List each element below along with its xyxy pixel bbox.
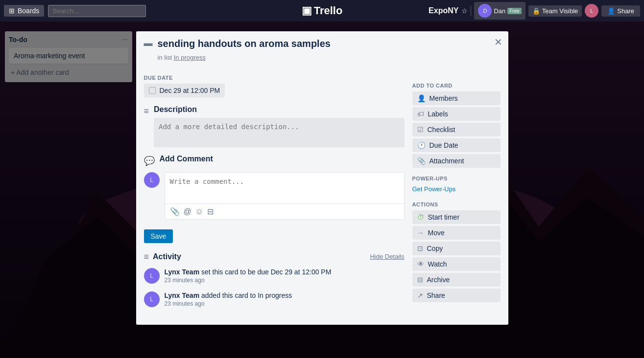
copy-button[interactable]: ⊡ Copy [412, 242, 501, 255]
boards-label: Boards [18, 7, 39, 15]
modal-card-title: sending handouts on aroma samples [158, 37, 331, 50]
free-badge: Free [507, 8, 522, 14]
attachment-button[interactable]: 📎 Attachment [412, 154, 501, 168]
description-icon: ≡ [144, 106, 149, 116]
search-input[interactable] [48, 5, 146, 17]
archive-icon: ⊟ [417, 276, 423, 284]
activity-item-0: L Lynx Team set this card to be due Dec … [144, 268, 405, 284]
attachment-icon: 📎 [417, 157, 426, 165]
copy-label: Copy [427, 245, 443, 252]
activity-avatar-0: L [144, 268, 160, 284]
move-button[interactable]: → Move [412, 226, 501, 240]
checklist-icon: ☑ [417, 126, 424, 134]
power-ups-label: POWER-UPS [412, 176, 501, 181]
mention-icon[interactable]: @ [184, 207, 191, 216]
board-name: ExpoNY [429, 6, 458, 15]
star-button[interactable]: ☆ [461, 7, 468, 15]
add-comment-title: Add Comment [160, 155, 213, 163]
share-icon: 👤 [607, 7, 615, 15]
share-action-icon: ↗ [417, 291, 423, 299]
labels-icon: 🏷 [417, 110, 424, 118]
due-date-section: DUE DATE Dec 29 at 12:00 PM [144, 75, 405, 97]
checklist-label: Checklist [428, 126, 455, 134]
members-button[interactable]: 👤 Members [412, 91, 501, 105]
visibility-label: Team Visible [542, 7, 578, 15]
activity-header: ≡ Activity Hide Details [144, 251, 405, 262]
top-nav: ⊞ Boards ▣ Trello ExpoNY ☆ D Dan Free 🔒 … [0, 0, 644, 22]
due-checkbox[interactable] [149, 87, 156, 94]
activity-icon: ≡ [144, 252, 149, 262]
comment-toolbar: 📎 @ ☺ ⊟ [165, 203, 404, 219]
trello-logo-text: Trello [314, 4, 343, 17]
card-title-icon: ▬ [144, 38, 153, 48]
divider [471, 6, 471, 16]
due-date-sidebar-label: Due Date [429, 141, 458, 149]
share-button[interactable]: 👤 Share [601, 5, 640, 17]
checklist-button[interactable]: ☑ Checklist [412, 123, 501, 136]
board-background: To-do ··· Aroma-marketing event + Add an… [0, 22, 644, 358]
activity-content-0: Lynx Team set this card to be due Dec 29… [165, 268, 332, 284]
attachment-label: Attachment [429, 157, 464, 165]
description-title: Description [154, 105, 197, 114]
copy-icon: ⊡ [417, 245, 423, 252]
attach-icon[interactable]: 📎 [170, 207, 180, 216]
archive-label: Archive [427, 276, 450, 284]
activity-text-0: Lynx Team set this card to be due Dec 29… [165, 268, 332, 276]
get-power-ups-label: Get Power-Ups [412, 185, 456, 193]
grid-icon: ⊞ [9, 7, 15, 15]
clock-sidebar-icon: 🕐 [417, 141, 426, 149]
list-ref-link[interactable]: In progress [174, 54, 206, 61]
labels-button[interactable]: 🏷 Labels [412, 107, 501, 121]
lock-icon: 🔒 [532, 7, 540, 15]
modal-overlay: ✕ ▬ sending handouts on aroma samples in… [0, 22, 644, 358]
modal-sidebar: ADD TO CARD 👤 Members 🏷 Labels ☑ Checkli… [412, 75, 501, 315]
due-date-label: DUE DATE [144, 75, 405, 81]
move-label: Move [428, 229, 445, 237]
description-header: Description [154, 105, 404, 114]
avatar: D [478, 4, 492, 18]
activity-item-1: L Lynx Team added this card to In progre… [144, 291, 405, 307]
activity-user-1: Lynx Team [165, 291, 200, 299]
actions-label: ACTIONS [412, 201, 501, 207]
start-timer-button[interactable]: ⏱ Start timer [412, 210, 501, 224]
activity-title-row: ≡ Activity [144, 251, 181, 262]
start-timer-label: Start timer [428, 213, 460, 221]
hide-details-button[interactable]: Hide Details [370, 253, 404, 260]
activity-title: Activity [153, 252, 181, 261]
members-icon: 👤 [417, 94, 426, 102]
trello-logo-icon: ▣ [302, 4, 312, 17]
due-date-sidebar-button[interactable]: 🕐 Due Date [412, 138, 501, 152]
format-icon[interactable]: ⊟ [207, 207, 214, 216]
activity-time-0: 23 minutes ago [165, 277, 332, 284]
due-date-button[interactable]: Dec 29 at 12:00 PM [144, 84, 225, 97]
comment-box: 📎 @ ☺ ⊟ [165, 172, 405, 220]
timer-icon: ⏱ [417, 213, 424, 221]
share-action-button[interactable]: ↗ Share [412, 289, 501, 302]
user-button[interactable]: D Dan Free [474, 2, 525, 20]
add-comment-section: 💬 Add Comment [144, 155, 405, 166]
activity-text-1: Lynx Team added this card to In progress [165, 291, 292, 299]
comment-textarea[interactable] [165, 173, 404, 202]
card-title-row: ▬ sending handouts on aroma samples [136, 31, 508, 50]
boards-button[interactable]: ⊞ Boards [4, 5, 44, 17]
add-to-card-label: ADD TO CARD [412, 83, 501, 89]
emoji-icon[interactable]: ☺ [195, 207, 203, 216]
modal-main: DUE DATE Dec 29 at 12:00 PM ≡ Descriptio… [136, 67, 508, 323]
description-section: ≡ Description [144, 105, 405, 149]
modal-close-button[interactable]: ✕ [494, 37, 502, 47]
get-power-ups-button[interactable]: Get Power-Ups [412, 184, 456, 194]
card-list-ref: in list In progress [150, 54, 508, 61]
save-comment-button[interactable]: Save [144, 229, 173, 243]
nav-right: ExpoNY ☆ D Dan Free 🔒 Team Visible L 👤 S… [429, 2, 640, 20]
members-label: Members [429, 94, 458, 102]
activity-action-1: added this card to In progress [201, 291, 292, 299]
user-avatar-2: L [585, 4, 598, 18]
activity-action-0: set this card to be due Dec 29 at 12:00 … [201, 268, 331, 276]
move-icon: → [417, 229, 424, 237]
activity-avatar-1: L [144, 291, 160, 307]
visibility-button[interactable]: 🔒 Team Visible [528, 5, 582, 17]
card-modal: ✕ ▬ sending handouts on aroma samples in… [136, 31, 508, 325]
description-textarea[interactable] [154, 118, 404, 147]
watch-button[interactable]: 👁 Watch [412, 257, 501, 271]
archive-button[interactable]: ⊟ Archive [412, 273, 501, 287]
